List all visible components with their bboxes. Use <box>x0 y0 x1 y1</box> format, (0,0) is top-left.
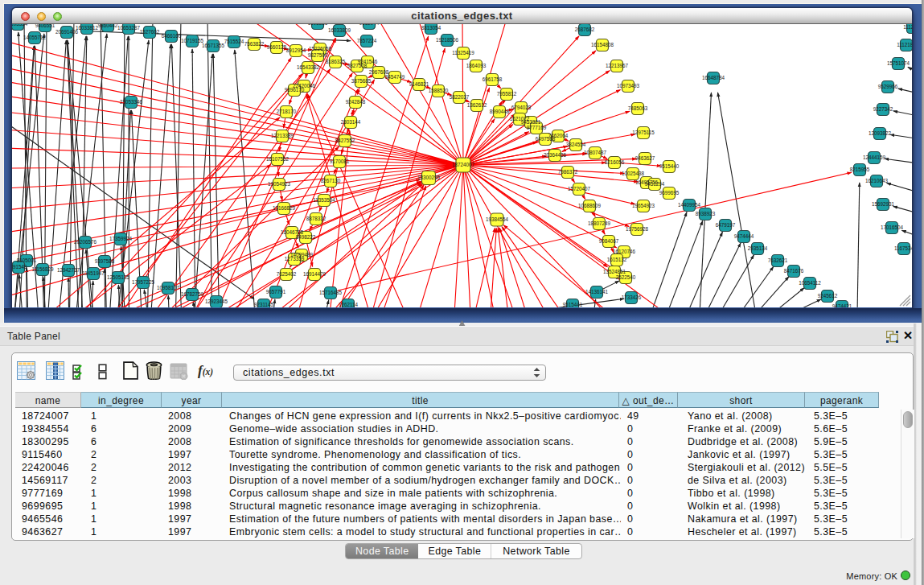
svg-text:8878332: 8878332 <box>306 216 326 221</box>
svg-text:9170081: 9170081 <box>330 159 350 164</box>
svg-text:1112184: 1112184 <box>897 42 912 47</box>
svg-text:18724007: 18724007 <box>452 162 475 167</box>
svg-text:19654923: 19654923 <box>632 203 655 208</box>
svg-text:7563822: 7563822 <box>244 41 265 47</box>
svg-text:1603381: 1603381 <box>308 24 328 26</box>
svg-text:6961758: 6961758 <box>483 76 503 82</box>
svg-text:9245612: 9245612 <box>818 293 838 299</box>
svg-text:11156829: 11156829 <box>31 266 54 272</box>
svg-text:9474421: 9474421 <box>832 303 852 307</box>
svg-text:11353594: 11353594 <box>313 197 335 203</box>
svg-text:20364436: 20364436 <box>544 152 567 158</box>
svg-text:16648784: 16648784 <box>702 75 725 80</box>
svg-text:10958107: 10958107 <box>157 285 180 290</box>
svg-text:6479197: 6479197 <box>716 222 736 228</box>
svg-text:12975115: 12975115 <box>632 130 655 135</box>
svg-text:9146821: 9146821 <box>409 81 429 87</box>
svg-text:20206576: 20206576 <box>74 239 97 245</box>
svg-text:10807487: 10807487 <box>584 150 607 155</box>
svg-text:16120746: 16120746 <box>613 249 636 254</box>
svg-text:15716485: 15716485 <box>319 290 343 295</box>
svg-text:1733426: 1733426 <box>622 295 642 300</box>
svg-text:15720407: 15720407 <box>568 186 591 192</box>
svg-text:14136141: 14136141 <box>585 289 609 295</box>
svg-text:10025438: 10025438 <box>622 171 645 176</box>
svg-text:8938923: 8938923 <box>696 211 716 216</box>
svg-text:9777169: 9777169 <box>527 125 547 130</box>
svg-text:17957225: 17957225 <box>132 279 155 285</box>
svg-text:1615132: 1615132 <box>607 257 627 262</box>
svg-text:6216056: 6216056 <box>605 159 625 165</box>
svg-text:9515441: 9515441 <box>563 302 583 307</box>
svg-text:9860442: 9860442 <box>98 24 118 28</box>
svg-text:19384554: 19384554 <box>486 216 509 222</box>
svg-text:12093822: 12093822 <box>869 130 892 136</box>
svg-text:13524851: 13524851 <box>603 269 626 274</box>
svg-text:9515440: 9515440 <box>659 163 680 169</box>
svg-text:16033809: 16033809 <box>328 27 351 33</box>
svg-text:16107552: 16107552 <box>266 156 290 162</box>
svg-text:2935134: 2935134 <box>748 245 768 251</box>
svg-text:8471676: 8471676 <box>784 268 804 274</box>
svg-text:15751074: 15751074 <box>887 60 910 66</box>
svg-text:12942737: 12942737 <box>57 267 80 273</box>
svg-text:391549: 391549 <box>12 264 27 270</box>
svg-text:9231145: 9231145 <box>254 302 274 307</box>
svg-text:9529966: 9529966 <box>878 84 898 89</box>
svg-text:8813054: 8813054 <box>421 25 441 31</box>
svg-text:9896170: 9896170 <box>285 87 305 93</box>
svg-text:16154808: 16154808 <box>591 42 614 47</box>
svg-text:8454749: 8454749 <box>385 74 405 80</box>
svg-text:9612044: 9612044 <box>359 24 380 26</box>
svg-text:1527602: 1527602 <box>140 29 160 35</box>
svg-text:16033812: 16033812 <box>76 25 99 31</box>
svg-text:1864093: 1864093 <box>466 63 487 68</box>
svg-text:19218506: 19218506 <box>436 37 459 43</box>
svg-text:8267130: 8267130 <box>321 178 341 183</box>
svg-text:7955812: 7955812 <box>497 91 517 97</box>
svg-text:21053346: 21053346 <box>120 99 143 105</box>
svg-text:9451294: 9451294 <box>645 181 665 187</box>
svg-text:12923445: 12923445 <box>205 299 228 304</box>
svg-text:7515524: 7515524 <box>224 39 244 44</box>
svg-text:15692931: 15692931 <box>872 201 895 207</box>
svg-text:10653287: 10653287 <box>117 25 141 31</box>
svg-text:2803144: 2803144 <box>341 119 361 125</box>
svg-text:17359924: 17359924 <box>109 236 133 241</box>
svg-text:12213389: 12213389 <box>271 133 294 138</box>
svg-text:7632621: 7632621 <box>768 257 788 263</box>
svg-text:16782759: 16782759 <box>181 291 204 297</box>
svg-text:1273359: 1273359 <box>285 256 305 262</box>
svg-text:11325419: 11325419 <box>452 50 474 56</box>
svg-text:1112043: 1112043 <box>903 24 912 30</box>
svg-text:19756928: 19756928 <box>626 226 649 232</box>
svg-text:9397588: 9397588 <box>95 258 115 264</box>
svg-text:7857224: 7857224 <box>357 38 377 43</box>
svg-text:14055712: 14055712 <box>23 35 47 40</box>
svg-text:8427552: 8427552 <box>335 138 355 143</box>
svg-text:1362612: 1362612 <box>467 102 487 108</box>
svg-text:12444159: 12444159 <box>863 154 886 160</box>
svg-text:6466160: 6466160 <box>162 33 182 39</box>
svg-text:9453321: 9453321 <box>521 119 541 125</box>
svg-text:16543382: 16543382 <box>297 64 320 70</box>
svg-text:9657791: 9657791 <box>266 289 286 295</box>
svg-text:9699695: 9699695 <box>659 190 680 196</box>
svg-text:19054923: 19054923 <box>268 181 291 187</box>
svg-text:6497568: 6497568 <box>536 136 556 142</box>
svg-text:8186325: 8186325 <box>326 59 346 64</box>
svg-text:3824554: 3824554 <box>566 142 586 147</box>
svg-text:18300295: 18300295 <box>417 175 441 180</box>
svg-text:9241546: 9241546 <box>358 59 378 64</box>
svg-text:8105001: 8105001 <box>17 257 37 263</box>
svg-text:8498222: 8498222 <box>296 234 316 240</box>
svg-text:8912954: 8912954 <box>286 47 306 53</box>
svg-text:5822037: 5822037 <box>450 94 470 100</box>
svg-text:10719155: 10719155 <box>181 38 204 43</box>
svg-text:8990448: 8990448 <box>490 109 510 114</box>
svg-text:1588520: 1588520 <box>429 88 449 93</box>
svg-text:17016504: 17016504 <box>881 225 904 230</box>
svg-text:12505135: 12505135 <box>107 274 130 280</box>
svg-text:9084067: 9084067 <box>599 238 619 244</box>
svg-text:9827500: 9827500 <box>308 52 328 58</box>
